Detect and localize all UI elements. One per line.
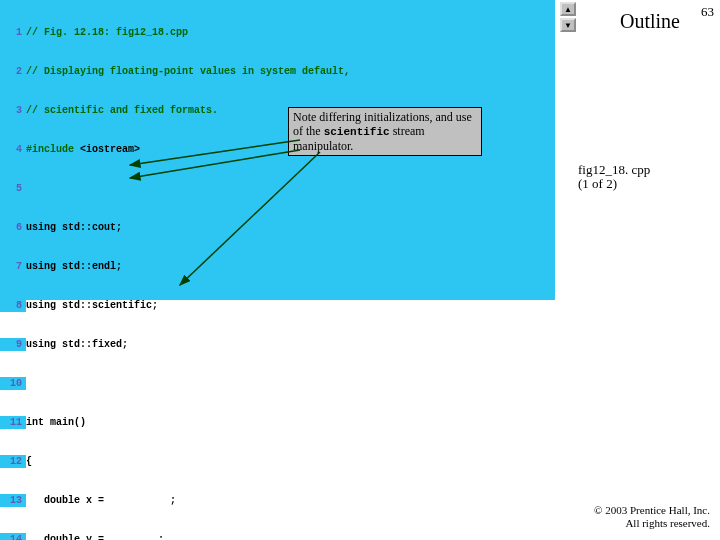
outline-heading: Outline [620, 10, 680, 33]
code-line: using std::scientific; [26, 299, 158, 312]
line-number: 4 [0, 143, 26, 156]
line-number: 2 [0, 65, 26, 78]
page-number: 63 [701, 4, 714, 20]
code-line: double x = ; [26, 494, 176, 507]
callout-code: scientific [324, 126, 390, 138]
code-line: { [26, 455, 32, 468]
line-number: 3 [0, 104, 26, 117]
code-line: // scientific and fixed formats. [26, 104, 218, 117]
copyright-line-1: © 2003 Prentice Hall, Inc. [594, 504, 710, 517]
code-line: // Fig. 12.18: fig12_18.cpp [26, 26, 188, 39]
line-number: 12 [0, 455, 26, 468]
chevron-down-icon: ▼ [564, 21, 572, 30]
line-number: 5 [0, 182, 26, 195]
line-number: 9 [0, 338, 26, 351]
nav-up-button[interactable]: ▲ [560, 2, 576, 16]
line-number: 11 [0, 416, 26, 429]
callout-box: Note differing initializations, and use … [288, 107, 482, 156]
nav-down-button[interactable]: ▼ [560, 18, 576, 32]
line-number: 14 [0, 533, 26, 540]
code-line: #include <iostream> [26, 143, 140, 156]
chevron-up-icon: ▲ [564, 5, 572, 14]
code-line: int main() [26, 416, 86, 429]
figure-reference-page: (1 of 2) [578, 176, 617, 192]
code-line: // Displaying floating-point values in s… [26, 65, 350, 78]
code-line: using std::fixed; [26, 338, 128, 351]
line-number: 10 [0, 377, 26, 390]
code-line: using std::endl; [26, 260, 122, 273]
line-number: 13 [0, 494, 26, 507]
copyright-footer: © 2003 Prentice Hall, Inc. All rights re… [594, 504, 710, 530]
line-number: 7 [0, 260, 26, 273]
copyright-line-2: All rights reserved. [594, 517, 710, 530]
line-number: 6 [0, 221, 26, 234]
code-line: using std::cout; [26, 221, 122, 234]
line-number: 8 [0, 299, 26, 312]
code-line: double y = ; [26, 533, 164, 540]
line-number: 1 [0, 26, 26, 39]
